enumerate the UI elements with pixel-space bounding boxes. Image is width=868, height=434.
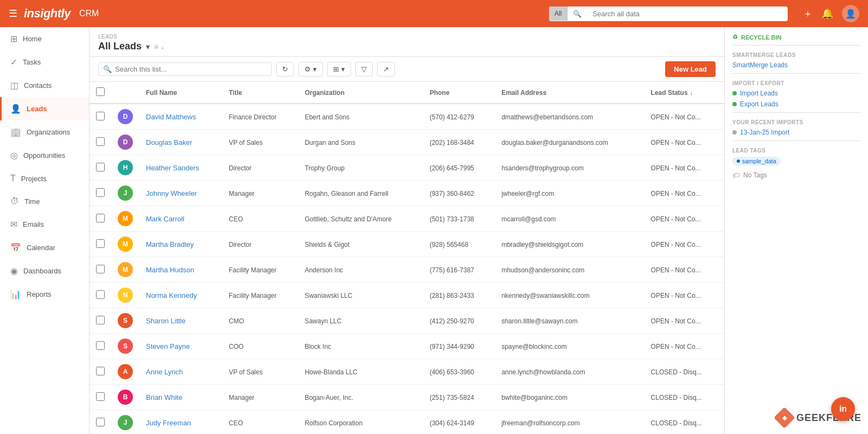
row-checkbox[interactable]: [96, 214, 105, 222]
lead-status: OPEN - Not Co...: [651, 343, 701, 350]
lead-name[interactable]: Steven Payne: [146, 342, 190, 350]
recent-import-link[interactable]: 13-Jan-25 Import: [732, 129, 860, 136]
row-checkbox[interactable]: [96, 137, 105, 146]
lead-phone: (570) 412-6279: [430, 113, 474, 121]
sidebar-item-calendar[interactable]: 📅 Calendar: [0, 236, 89, 259]
lead-phone: (251) 735-5824: [430, 394, 474, 401]
row-checkbox[interactable]: [96, 265, 105, 273]
sidebar-item-tasks[interactable]: ✓ Tasks: [0, 50, 89, 74]
lead-name[interactable]: Norma Kennedy: [146, 291, 197, 299]
list-search-input[interactable]: [115, 65, 267, 73]
lead-name[interactable]: David Matthews: [146, 113, 196, 121]
lead-name[interactable]: Martha Hudson: [146, 266, 194, 274]
import-leads-icon: [732, 91, 737, 95]
lead-phone: (971) 344-9290: [430, 343, 474, 350]
row-checkbox[interactable]: [96, 239, 105, 248]
import-leads-link[interactable]: Import Leads: [732, 90, 860, 97]
lead-status: CLOSED - Disq...: [651, 419, 702, 427]
global-search-bar[interactable]: All 🔍: [549, 7, 788, 21]
lead-name[interactable]: Mark Carroll: [146, 215, 184, 223]
sidebar-item-time[interactable]: ⏱ Time: [0, 190, 89, 213]
lead-name[interactable]: Sharon Little: [146, 317, 186, 325]
lead-name[interactable]: Heather Sanders: [146, 164, 199, 172]
home-icon: ⊞: [10, 34, 17, 44]
row-checkbox[interactable]: [96, 392, 105, 401]
lead-status: OPEN - Not Co...: [651, 164, 701, 172]
row-checkbox[interactable]: [96, 290, 105, 299]
settings-button[interactable]: ⚙ ▾: [298, 62, 323, 76]
lead-org: Block Inc: [305, 343, 331, 350]
list-search-box[interactable]: 🔍: [98, 62, 272, 76]
bell-icon[interactable]: 🔔: [821, 8, 833, 20]
global-search-input[interactable]: [587, 7, 788, 21]
organizations-icon: 🏢: [10, 127, 21, 137]
row-checkbox[interactable]: [96, 163, 105, 171]
sample-data-tag[interactable]: sample_data: [732, 157, 781, 165]
lead-name[interactable]: Anne Lynch: [146, 368, 183, 376]
export-icon: ↗: [383, 65, 389, 73]
lead-org: Sawayn LLC: [305, 317, 342, 325]
search-all-label[interactable]: All: [549, 7, 567, 21]
projects-icon: T: [10, 174, 16, 183]
row-checkbox[interactable]: [96, 188, 105, 197]
avatar: A: [118, 364, 133, 379]
lead-phone: (937) 360-8462: [430, 190, 474, 197]
add-icon[interactable]: ＋: [803, 7, 813, 20]
row-checkbox[interactable]: [96, 367, 105, 375]
lead-email: nkennedy@swaniawskillc.com: [501, 292, 589, 299]
settings-icon: ⚙: [304, 65, 311, 73]
no-tags-icon: 🏷: [732, 171, 740, 180]
lead-org: Durgan and Sons: [305, 139, 355, 146]
sidebar-item-opportunities[interactable]: ◎ Opportunities: [0, 144, 89, 167]
lead-name[interactable]: Johnny Wheeler: [146, 189, 197, 197]
logo: insightly: [24, 7, 71, 21]
search-icon: 🔍: [567, 7, 587, 21]
sidebar-item-projects[interactable]: T Projects: [0, 167, 89, 190]
sidebar-item-label: Emails: [23, 220, 44, 228]
sidebar-item-leads[interactable]: 👤 Leads: [0, 97, 89, 120]
topnav-actions: ＋ 🔔 👤: [803, 5, 859, 22]
recycle-bin-button[interactable]: ♻ RECYCLE BIN: [732, 34, 860, 41]
sidebar-item-label: Calendar: [27, 244, 55, 252]
title-filter-icon[interactable]: ≡ ₊: [154, 42, 164, 51]
table-row: D Douglas Baker VP of Sales Durgan and S…: [90, 130, 724, 155]
grid-icon: ⊞: [333, 65, 339, 73]
main-content: LEADS All Leads ▾ ≡ ₊ 🔍 ↻ ⚙ ▾ ⊞ ▾: [90, 27, 868, 434]
filter-button[interactable]: ▽: [355, 62, 373, 76]
table-row: A Anne Lynch VP of Sales Howe-Blanda LLC…: [90, 359, 724, 385]
col-fullname: Full Name: [139, 82, 222, 104]
lead-name[interactable]: Judy Freeman: [146, 419, 191, 427]
no-tags-item[interactable]: 🏷 No Tags: [732, 171, 860, 180]
lead-name[interactable]: Brian White: [146, 393, 182, 401]
sidebar-item-contacts[interactable]: ◫ Contacts: [0, 74, 89, 97]
sidebar-item-reports[interactable]: 📊 Reports: [0, 283, 89, 306]
sidebar-item-organizations[interactable]: 🏢 Organizations: [0, 120, 89, 144]
export-leads-link[interactable]: Export Leads: [732, 100, 860, 108]
title-chevron-icon[interactable]: ▾: [146, 42, 150, 51]
sidebar-item-dashboards[interactable]: ◉ Dashboards: [0, 259, 89, 283]
avatar[interactable]: 👤: [842, 5, 859, 22]
grid-view-button[interactable]: ⊞ ▾: [327, 62, 351, 76]
avatar: J: [118, 186, 133, 201]
menu-icon[interactable]: ☰: [9, 8, 17, 20]
row-checkbox[interactable]: [96, 112, 105, 120]
lead-phone: (775) 616-7387: [430, 266, 474, 274]
sidebar-item-home[interactable]: ⊞ Home: [0, 27, 89, 50]
lead-name[interactable]: Douglas Baker: [146, 138, 192, 146]
refresh-button[interactable]: ↻: [276, 62, 294, 76]
lead-status: OPEN - Not Co...: [651, 266, 701, 274]
lead-name[interactable]: Martha Bradley: [146, 240, 194, 248]
select-all-checkbox[interactable]: [96, 87, 105, 96]
sidebar-item-emails[interactable]: ✉ Emails: [0, 213, 89, 236]
row-checkbox[interactable]: [96, 316, 105, 324]
smartmerge-link[interactable]: SmartMerge Leads: [732, 61, 860, 69]
new-lead-button[interactable]: New Lead: [665, 61, 716, 77]
row-checkbox[interactable]: [96, 418, 105, 426]
export-button[interactable]: ↗: [377, 62, 395, 76]
opportunities-icon: ◎: [10, 150, 18, 161]
avatar: M: [118, 237, 133, 252]
sidebar-item-label: Contacts: [24, 81, 52, 90]
crm-label: CRM: [79, 9, 99, 18]
row-checkbox[interactable]: [96, 341, 105, 350]
fab-button[interactable]: in: [831, 397, 855, 421]
